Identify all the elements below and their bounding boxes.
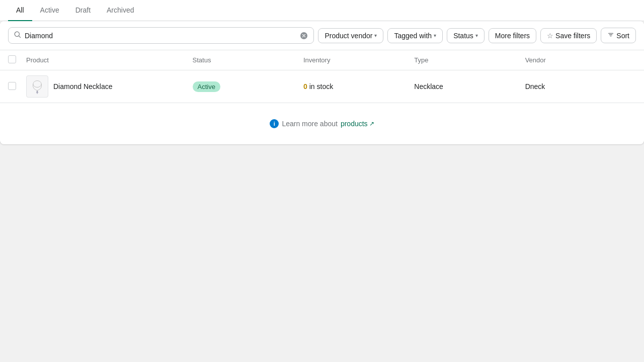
table-row[interactable]: Diamond Necklace Active 0 in stock Neckl… — [0, 70, 644, 103]
search-container — [8, 27, 314, 44]
footer-info: i Learn more about products ↗ — [0, 103, 644, 144]
product-image — [26, 75, 48, 98]
star-icon: ☆ — [547, 32, 553, 40]
search-input[interactable] — [25, 32, 296, 40]
type-cell: Necklace — [414, 82, 525, 90]
status-chevron-icon: ▾ — [475, 33, 478, 38]
search-clear-button[interactable] — [299, 31, 308, 40]
sort-button[interactable]: Sort — [601, 28, 636, 43]
tagged-with-filter-button[interactable]: Tagged with ▾ — [387, 28, 443, 43]
product-vendor-label: Product vendor — [325, 32, 372, 40]
more-filters-label: More filters — [495, 32, 530, 40]
status-filter-label: Status — [453, 32, 473, 40]
product-vendor-filter-button[interactable]: Product vendor ▾ — [318, 28, 383, 43]
header-checkbox-col — [8, 55, 26, 65]
status-filter-button[interactable]: Status ▾ — [447, 28, 485, 43]
header-vendor: Vendor — [525, 56, 636, 64]
external-link-icon: ↗ — [369, 120, 374, 127]
save-filters-button[interactable]: ☆ Save filters — [540, 28, 597, 43]
inventory-label: in stock — [309, 82, 333, 90]
row-checkbox-col — [8, 82, 26, 92]
inventory-count: 0 — [303, 82, 307, 90]
row-checkbox[interactable] — [8, 82, 16, 90]
status-cell: Active — [193, 81, 303, 92]
tab-draft[interactable]: Draft — [67, 0, 99, 21]
product-cell: Diamond Necklace — [26, 75, 193, 98]
sort-icon — [607, 31, 614, 40]
search-icon — [14, 31, 22, 40]
tab-active[interactable]: Active — [32, 0, 67, 21]
header-inventory: Inventory — [303, 56, 414, 64]
table-container: Product Status Inventory Type Vendor — [0, 50, 644, 103]
tagged-with-chevron-icon: ▾ — [434, 33, 436, 38]
svg-point-2 — [33, 81, 41, 87]
table-header: Product Status Inventory Type Vendor — [0, 50, 644, 70]
products-link[interactable]: products ↗ — [341, 120, 374, 128]
more-filters-button[interactable]: More filters — [489, 28, 536, 43]
page-container: All Active Draft Archived — [0, 0, 644, 362]
select-all-checkbox[interactable] — [8, 55, 16, 63]
footer-text: Learn more about — [282, 120, 338, 128]
tab-archived[interactable]: Archived — [99, 0, 142, 21]
tagged-with-label: Tagged with — [394, 32, 432, 40]
product-name: Diamond Necklace — [53, 82, 113, 90]
main-content: Product vendor ▾ Tagged with ▾ Status ▾ … — [0, 21, 644, 144]
header-product: Product — [26, 56, 193, 64]
tabs-container: All Active Draft Archived — [0, 0, 644, 21]
toolbar: Product vendor ▾ Tagged with ▾ Status ▾ … — [0, 21, 644, 50]
header-type: Type — [414, 56, 525, 64]
save-filters-label: Save filters — [555, 32, 590, 40]
info-icon: i — [270, 119, 279, 128]
status-badge: Active — [193, 81, 220, 92]
product-vendor-chevron-icon: ▾ — [374, 33, 377, 38]
vendor-cell: Dneck — [525, 82, 636, 90]
header-status: Status — [193, 56, 303, 64]
inventory-cell: 0 in stock — [303, 82, 414, 90]
tab-all[interactable]: All — [8, 0, 32, 21]
products-link-label: products — [341, 120, 368, 128]
sort-label: Sort — [616, 32, 629, 40]
